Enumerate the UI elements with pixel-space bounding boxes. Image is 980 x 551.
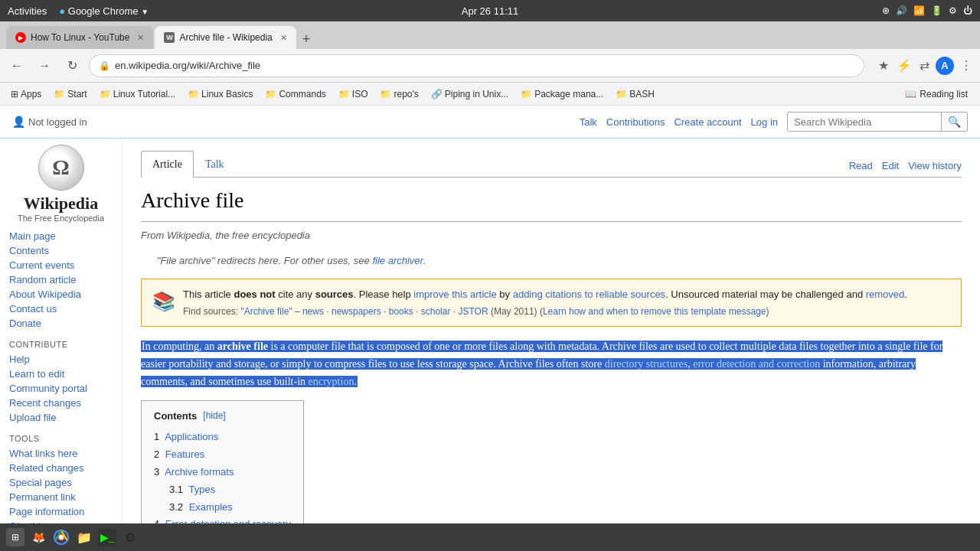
action-view-history[interactable]: View history (908, 158, 962, 174)
link-encryption[interactable]: encryption (309, 376, 354, 387)
sys-icon-5[interactable]: ⚙ (949, 5, 957, 16)
reading-list-button[interactable]: 📖 Reading list (899, 87, 974, 101)
bm-linux-tutorial[interactable]: 📁 Linux Tutorial... (95, 87, 180, 101)
tab-youtube-title: How To Linux - YouTube (31, 32, 129, 43)
link-error-detection[interactable]: error detection and correction (693, 358, 820, 370)
sidebar-item-community[interactable]: Community portal (9, 381, 113, 396)
taskbar-icon-2[interactable]: 🦊 (29, 528, 47, 546)
url-bar[interactable]: 🔒 en.wikipedia.org/wiki/Archive_file (89, 54, 864, 77)
new-tab-button[interactable]: + (298, 31, 315, 47)
toc-hide-button[interactable]: [hide] (203, 409, 225, 423)
bm-package[interactable]: 📁 Package mana... (516, 87, 608, 101)
bm-start[interactable]: 📁 Start (49, 87, 91, 101)
activities-btn[interactable]: Activities (8, 5, 47, 17)
bm-iso[interactable]: 📁 ISO (334, 87, 373, 101)
refresh-button[interactable]: ↻ (61, 55, 83, 77)
extensions-button[interactable]: ⚡ (895, 57, 913, 74)
toc-link-2[interactable]: Features (165, 448, 204, 460)
taskbar-icon-chrome[interactable] (52, 528, 70, 546)
tab-talk[interactable]: Talk (194, 151, 236, 178)
warning-src6[interactable]: JSTOR (458, 306, 488, 317)
toc-num-3-2: 3.2 (169, 501, 183, 513)
tab-wikipedia-close[interactable]: ✕ (280, 33, 287, 43)
warning-src2[interactable]: news (302, 306, 324, 317)
toc-link-1[interactable]: Applications (165, 431, 218, 442)
sidebar-item-upload[interactable]: Upload file (9, 410, 113, 425)
warning-src3[interactable]: newspapers (332, 306, 381, 317)
warning-link1[interactable]: improve this article (413, 289, 496, 300)
bookmark-star-button[interactable]: ★ (877, 57, 890, 74)
menu-button[interactable]: ⋮ (959, 57, 974, 74)
bm-piping-icon: 🔗 (431, 89, 443, 99)
tab-youtube-close[interactable]: ✕ (137, 33, 144, 43)
tab-article[interactable]: Article (141, 151, 194, 178)
action-read[interactable]: Read (849, 158, 873, 174)
wiki-search-button[interactable]: 🔍 (941, 112, 967, 131)
sidebar-item-page-info[interactable]: Page information (9, 504, 113, 519)
sys-power[interactable]: ⏻ (963, 5, 972, 16)
toc-num-4: 4 (154, 518, 159, 523)
url-lock-icon: 🔒 (99, 60, 110, 71)
sidebar-item-permanent-link[interactable]: Permanent link (9, 490, 113, 504)
warning-src4[interactable]: books (389, 306, 413, 317)
sidebar-item-contents[interactable]: Contents (9, 243, 113, 258)
create-account-link[interactable]: Create account (674, 116, 741, 128)
sidebar-item-what-links[interactable]: What links here (9, 446, 113, 461)
talk-link[interactable]: Talk (580, 116, 597, 128)
sidebar-item-recent-changes[interactable]: Recent changes (9, 396, 113, 410)
toc-title-text: Contents (154, 409, 197, 425)
bm-apps[interactable]: ⊞ Apps (6, 87, 46, 101)
toc-link-4[interactable]: Error detection and recovery (165, 518, 291, 523)
bm-package-label: Package mana... (534, 89, 603, 99)
log-in-link[interactable]: Log in (751, 116, 778, 128)
wiki-search-input[interactable] (788, 113, 941, 131)
toc-link-3[interactable]: Archive formats (165, 466, 234, 478)
bm-repos[interactable]: 📁 repo's (375, 87, 423, 101)
sidebar-item-about[interactable]: About Wikipedia (9, 287, 113, 302)
sidebar-item-contact[interactable]: Contact us (9, 302, 113, 316)
warning-src5[interactable]: scholar (421, 306, 451, 317)
profile-button[interactable]: A (936, 57, 954, 75)
forward-button[interactable]: → (34, 55, 55, 77)
warning-line1: This article does not cite any sources. … (183, 287, 907, 302)
tab-wikipedia[interactable]: W Archive file - Wikipedia ✕ (155, 26, 296, 49)
sync-button[interactable]: ⇄ (918, 57, 931, 74)
sys-icon-3[interactable]: 📶 (913, 5, 925, 16)
warning-src1[interactable]: "Archive file" (240, 306, 292, 317)
sidebar-item-main-page[interactable]: Main page (9, 229, 113, 243)
sidebar-item-help[interactable]: Help (9, 352, 113, 367)
bm-piping[interactable]: 🔗 Piping in Unix... (426, 87, 513, 101)
bm-iso-label: ISO (352, 89, 368, 99)
sidebar-item-random[interactable]: Random article (9, 272, 113, 287)
action-edit[interactable]: Edit (882, 158, 899, 174)
wiki-search-box[interactable]: 🔍 (787, 112, 968, 132)
warning-link2[interactable]: adding citations to reliable sources (513, 289, 665, 300)
bm-linux-basics[interactable]: 📁 Linux Basics (183, 87, 257, 101)
sys-icon-2[interactable]: 🔊 (896, 5, 907, 16)
warning-learn[interactable]: Learn how and when to remove this templa… (543, 306, 766, 317)
toc-link-3-1[interactable]: Types (188, 484, 215, 495)
sidebar-item-related-changes[interactable]: Related changes (9, 461, 113, 475)
contributions-link[interactable]: Contributions (606, 116, 665, 128)
wiki-top-header: 👤 Not logged in Talk Contributions Creat… (0, 106, 980, 139)
link-directory[interactable]: directory structures (605, 358, 688, 370)
sidebar-item-special-pages[interactable]: Special pages (9, 475, 113, 490)
sidebar-item-donate[interactable]: Donate (9, 316, 113, 331)
warning-link3[interactable]: removed (866, 289, 905, 300)
tab-youtube[interactable]: ▶ How To Linux - YouTube ✕ (6, 26, 153, 49)
taskbar-icon-1[interactable]: ⊞ (6, 528, 24, 546)
back-button[interactable]: ← (6, 55, 28, 77)
bm-bash[interactable]: 📁 BASH (611, 87, 659, 101)
sidebar-item-learn-edit[interactable]: Learn to edit (9, 367, 113, 381)
taskbar-icon-terminal[interactable]: ▶_ (98, 528, 116, 546)
bm-commands[interactable]: 📁 Commands (260, 87, 330, 101)
toc-num-3: 3 (154, 466, 159, 478)
taskbar-icon-settings[interactable]: ⚙ (121, 528, 139, 546)
sidebar-item-current-events[interactable]: Current events (9, 258, 113, 272)
sys-icon-1[interactable]: ⊕ (882, 5, 890, 16)
bm-package-icon: 📁 (521, 89, 532, 99)
sys-icon-4[interactable]: 🔋 (931, 5, 942, 16)
hatnote-link[interactable]: file archiver (372, 255, 423, 266)
toc-link-3-2[interactable]: Examples (189, 501, 233, 513)
taskbar-icon-files[interactable]: 📁 (75, 528, 93, 546)
